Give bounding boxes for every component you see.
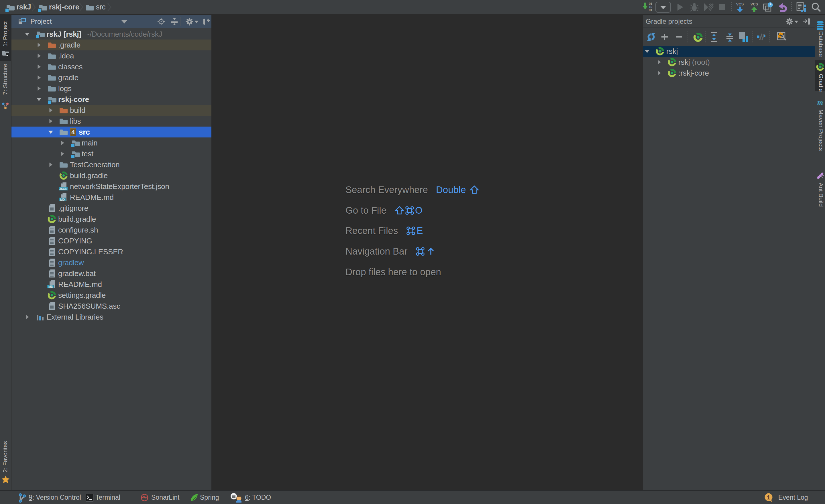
- svg-text:01: 01: [649, 8, 652, 12]
- svg-text:MD: MD: [49, 285, 53, 288]
- svg-text:VCS: VCS: [736, 2, 744, 6]
- svg-text:JSON: JSON: [59, 187, 67, 190]
- svg-text:VCS: VCS: [751, 2, 758, 6]
- svg-text:1: 1: [767, 494, 770, 501]
- svg-text:m: m: [817, 98, 823, 106]
- svg-text:MD: MD: [60, 198, 65, 201]
